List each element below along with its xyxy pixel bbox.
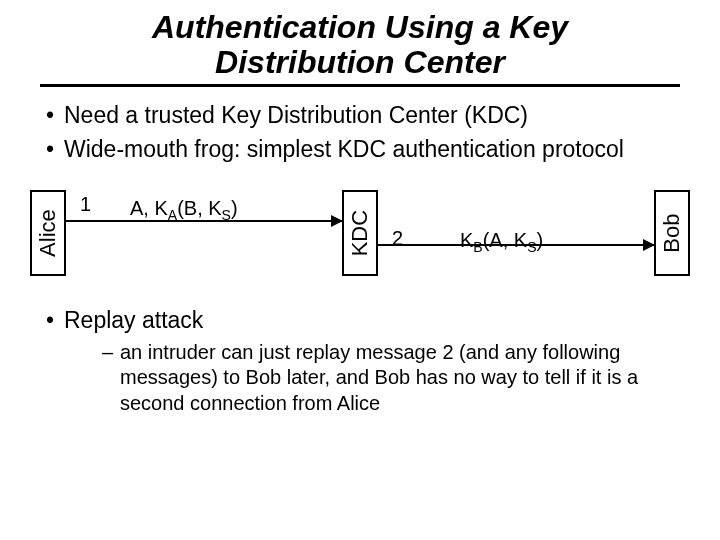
msg1-sub-s: S <box>222 207 231 223</box>
bullet-list-bottom: Replay attack an intruder can just repla… <box>28 306 692 416</box>
bob-label: Bob <box>658 214 686 253</box>
kdc-box: KDC <box>342 190 378 276</box>
bullet-3-text: Replay attack <box>64 307 203 333</box>
step-number-1: 1 <box>80 192 91 218</box>
step-number-2: 2 <box>392 226 403 252</box>
alice-box: Alice <box>30 190 66 276</box>
message-1: A, KA(B, KS) <box>130 196 238 222</box>
msg2-part-a: K <box>460 229 473 251</box>
sub-bullet-list: an intruder can just replay message 2 (a… <box>64 340 692 417</box>
alice-label: Alice <box>34 209 62 257</box>
bullet-3: Replay attack an intruder can just repla… <box>46 306 692 416</box>
slide-body: Need a trusted Key Distribution Center (… <box>0 101 720 416</box>
msg1-part-a: A, K <box>130 197 168 219</box>
slide-title: Authentication Using a Key Distribution … <box>0 0 720 84</box>
bullet-1: Need a trusted Key Distribution Center (… <box>46 101 692 130</box>
sub-bullet-1: an intruder can just replay message 2 (a… <box>102 340 692 417</box>
msg2-sub-b: B <box>473 239 482 255</box>
message-2: KB(A, KS) <box>460 228 543 254</box>
kdc-label: KDC <box>346 210 374 256</box>
msg1-part-c: ) <box>231 197 238 219</box>
msg2-part-c: ) <box>536 229 543 251</box>
bob-box: Bob <box>654 190 690 276</box>
title-underline <box>40 84 680 87</box>
slide: Authentication Using a Key Distribution … <box>0 0 720 540</box>
bullet-list-top: Need a trusted Key Distribution Center (… <box>28 101 692 164</box>
bullet-2: Wide-mouth frog: simplest KDC authentica… <box>46 135 692 164</box>
title-line-1: Authentication Using a Key <box>152 9 568 45</box>
protocol-diagram: Alice KDC Bob 1 2 A, KA(B, KS) KB(A, KS) <box>30 178 690 288</box>
msg1-sub-a: A <box>168 207 177 223</box>
title-line-2: Distribution Center <box>215 44 505 80</box>
msg2-part-b: (A, K <box>483 229 527 251</box>
msg1-part-b: (B, K <box>177 197 221 219</box>
